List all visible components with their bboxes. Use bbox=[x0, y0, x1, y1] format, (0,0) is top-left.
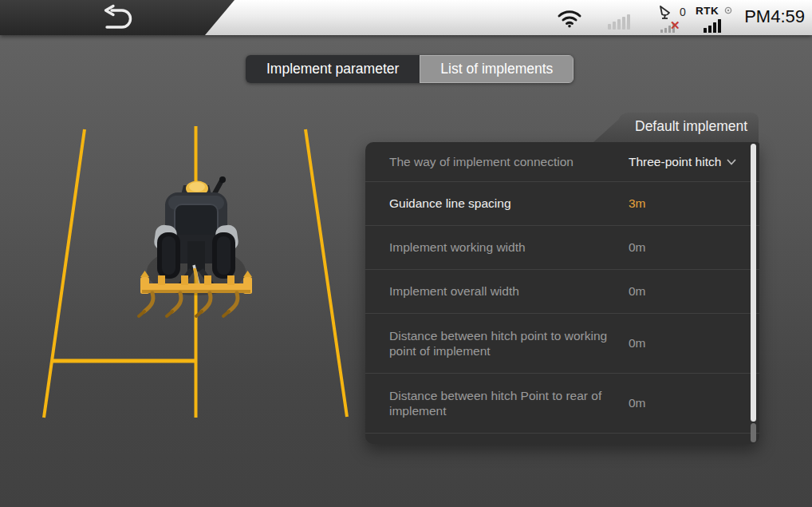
row-label: Distance between hitch point to working … bbox=[389, 328, 629, 359]
tab-bar: Implement parameter List of implements bbox=[246, 55, 574, 83]
clock: PM4:59 bbox=[744, 6, 805, 27]
row-implement-overall-width: Implement overall width 0m bbox=[365, 269, 759, 313]
cellular-signal-icon bbox=[608, 13, 630, 30]
row-label: Implement overall width bbox=[389, 283, 629, 299]
scrollbar-track bbox=[751, 423, 756, 442]
status-bar: 0 ✕ RTK PM4:59 bbox=[0, 0, 812, 35]
rtk-status: RTK bbox=[696, 5, 737, 34]
rtk-signal-bars bbox=[704, 19, 721, 33]
rtk-fix-icon bbox=[724, 6, 732, 14]
back-button[interactable] bbox=[93, 4, 140, 32]
scrollbar-thumb[interactable] bbox=[751, 144, 756, 422]
tab-implement-parameter[interactable]: Implement parameter bbox=[246, 55, 420, 83]
row-label: The way of implement connection bbox=[389, 154, 629, 169]
implement-parameter-panel: The way of implement connection Three-po… bbox=[365, 142, 759, 444]
satellite-count: 0 bbox=[680, 6, 686, 18]
dropdown-value: Three-point hitch bbox=[629, 155, 721, 169]
satellite-status: 0 ✕ bbox=[657, 4, 699, 33]
row-hitch-to-rear: Distance between hitch Point to rear of … bbox=[365, 373, 759, 433]
back-icon bbox=[93, 4, 140, 32]
tractor-illustration bbox=[139, 176, 252, 316]
row-hitch-to-working-point: Distance between hitch point to working … bbox=[365, 313, 759, 373]
row-value: 0m bbox=[629, 284, 646, 299]
default-implement-label: Default implement bbox=[635, 118, 747, 135]
row-value: 0m bbox=[629, 396, 646, 410]
row-value: 3m bbox=[629, 196, 646, 211]
row-label: Guidance line spacing bbox=[389, 196, 629, 211]
connection-dropdown[interactable]: Three-point hitch bbox=[629, 155, 736, 169]
panel-scrollbar[interactable] bbox=[751, 144, 756, 442]
row-label: Implement working width bbox=[389, 240, 629, 255]
satellite-no-signal-icon: ✕ bbox=[670, 18, 680, 33]
row-label: Distance between hitch Point to rear of … bbox=[389, 388, 629, 419]
default-implement-tab[interactable]: Default implement bbox=[593, 113, 759, 142]
row-guidance-line-spacing[interactable]: Guidance line spacing 3m bbox=[365, 181, 759, 225]
row-implement-working-width: Implement working width 0m bbox=[365, 225, 759, 269]
wifi-icon bbox=[557, 9, 582, 28]
row-implement-connection[interactable]: The way of implement connection Three-po… bbox=[365, 142, 759, 181]
rtk-label: RTK bbox=[696, 5, 719, 17]
chevron-down-icon bbox=[727, 159, 736, 165]
tab-list-of-implements[interactable]: List of implements bbox=[420, 55, 574, 83]
satellite-dish-icon bbox=[657, 4, 675, 20]
row-value: 0m bbox=[629, 336, 646, 351]
row-value: 0m bbox=[629, 240, 646, 255]
row-partial bbox=[365, 433, 759, 443]
guidance-scene bbox=[0, 35, 367, 507]
